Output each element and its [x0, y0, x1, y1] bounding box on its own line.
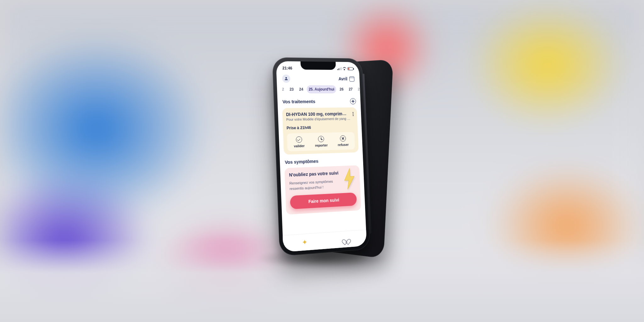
lightning-icon: [341, 167, 358, 190]
treatment-card[interactable]: DI-HYDAN 100 mg, comprim… Pour votre Mod…: [282, 107, 358, 154]
treatments-heading: Vos traitements: [282, 99, 315, 104]
main-content: Vos traitements DI-HYDAN 100 mg, comprim…: [277, 97, 366, 235]
treatments-heading-row: Vos traitements: [282, 98, 356, 105]
postpone-label: reporter: [315, 143, 328, 147]
date-item[interactable]: 23: [288, 85, 296, 93]
symptoms-card-subtitle: Renseignez vos symptômes ressentis aujou…: [289, 178, 341, 191]
do-followup-button[interactable]: Faire mon suivi: [290, 192, 357, 209]
profile-avatar[interactable]: [282, 74, 290, 82]
check-icon: [296, 136, 302, 143]
user-icon: [284, 76, 288, 80]
date-item[interactable]: 2: [356, 85, 360, 93]
add-treatment-button[interactable]: [350, 98, 356, 104]
treatment-title: DI-HYDAN 100 mg, comprim…: [286, 111, 351, 117]
calendar-icon: [349, 76, 354, 81]
treatment-subtitle: Pour votre Modèle d'épuisement de yang d…: [286, 117, 351, 121]
signal-icon: [337, 67, 341, 70]
more-icon[interactable]: [353, 111, 353, 116]
notch: [301, 61, 336, 70]
battery-icon: [347, 67, 353, 70]
nav-home-icon[interactable]: ✦: [301, 238, 308, 246]
date-item[interactable]: 24: [297, 85, 305, 93]
refuse-label: refuser: [338, 142, 349, 147]
date-item[interactable]: 2: [280, 85, 286, 93]
symptoms-heading-row: Vos symptômes: [285, 157, 359, 165]
symptoms-heading: Vos symptômes: [285, 158, 319, 165]
status-icons: [337, 67, 353, 70]
validate-button[interactable]: valider: [293, 136, 305, 148]
status-time: 21:46: [282, 66, 292, 70]
svg-marker-0: [344, 168, 355, 189]
phone-frame: 21:46 Avril 2 23 24: [272, 57, 370, 256]
phone-mockup-scene: 21:46 Avril 2 23 24: [275, 57, 369, 252]
wifi-icon: [342, 67, 346, 70]
date-strip[interactable]: 2 23 24 25. Aujourd'hui 26 27 2: [277, 85, 360, 97]
date-item[interactable]: 27: [347, 85, 354, 93]
nav-heart-icon[interactable]: [343, 236, 350, 243]
validate-label: valider: [294, 144, 305, 148]
month-selector[interactable]: Avril: [338, 76, 354, 81]
clock-icon: [318, 136, 324, 142]
postpone-button[interactable]: reporter: [315, 136, 328, 147]
date-item-today[interactable]: 25. Aujourd'hui: [307, 85, 336, 93]
date-item[interactable]: 26: [338, 85, 346, 93]
app-header: Avril: [276, 73, 360, 85]
treatment-time: Prise à 21h46: [286, 125, 354, 130]
month-label: Avril: [338, 76, 347, 81]
refuse-button[interactable]: refuser: [337, 135, 349, 147]
treatment-actions: valider reporter refuser: [287, 132, 355, 151]
symptoms-card: N'oubliez pas votre suivi Renseignez vos…: [285, 165, 361, 214]
phone-screen: 21:46 Avril 2 23 24: [276, 61, 367, 252]
cross-icon: [340, 135, 346, 142]
